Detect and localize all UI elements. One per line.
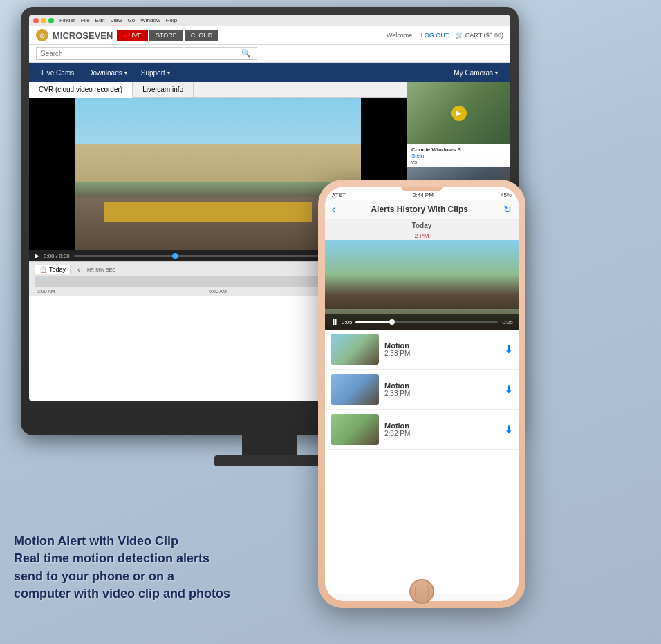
alert-thumb-2 [330,414,379,445]
phone-date-header: Today [325,220,519,231]
nav-support[interactable]: Support ▾ [134,63,177,82]
video-time: 0:00 / 0:30 [44,253,70,259]
today-label: 📋 Today [35,265,71,274]
desc-line2: Real time motion detection alerts [14,550,230,567]
tab-live-cam-info[interactable]: Live cam info [133,82,194,97]
phone-current-time: 0:05 [342,319,353,325]
nav-downloads[interactable]: Downloads ▾ [81,63,133,82]
monitor-stand [242,435,297,456]
menu-go: Go [128,17,136,23]
logo-text: MICROSEVEN [53,30,113,41]
phone-seek-bar[interactable] [355,321,498,323]
play-overlay-1[interactable]: ▶ [451,106,467,121]
timeline-arrow-left[interactable]: ‹ [75,265,83,274]
monitor-base [214,455,325,466]
phone-video-scene [325,240,519,309]
download-icon-1[interactable]: ⬇ [504,383,513,396]
desc-line4: computer with video clip and photos [14,585,230,603]
phone-carrier: AT&T [332,192,346,198]
alert-thumb-0 [330,334,379,365]
home-button[interactable] [409,579,434,604]
play-button[interactable]: ▶ [35,252,39,259]
phone-app-header: ‹ Alerts History With Clips ↻ [325,200,519,220]
cloud-button[interactable]: CLOUD [185,30,219,41]
menu-view: View [110,17,122,23]
cam-link-1a[interactable]: Stein [411,153,506,159]
alert-type-2: Motion [384,422,499,430]
alert-item-0[interactable]: Motion 2:33 PM ⬇ [325,330,519,370]
store-button[interactable]: STORE [149,30,183,41]
scene-buildings [75,144,362,182]
alert-type-1: Motion [384,381,499,390]
menu-finder: Finder [59,17,75,23]
download-icon-0[interactable]: ⬇ [504,343,513,356]
alert-time-0: 2:33 PM [384,350,499,357]
header-right: Welcome, LOG OUT 🛒 CART ($0.00) [387,32,503,39]
cam-info-1: Connie Windows S Stein vs [407,144,510,167]
hr-min-sec: HR MIN SEC [87,267,115,272]
logout-button[interactable]: LOG OUT [421,32,449,39]
phone-video-player: ↖ 🔊 ⏸ 0:05 -0:25 [325,240,519,330]
menu-help: Help [166,17,177,23]
cam-sub-1b: vs [411,159,506,165]
phone-time: 2:44 PM [413,192,434,198]
home-button-icon [415,585,429,598]
video-overlay-left [29,98,75,250]
tabs-row: CVR (cloud video recorder) Live cam info [29,82,407,98]
minimize-button[interactable] [41,18,46,23]
desc-line1: Motion Alert with Video Clip [14,533,230,550]
phone-status-bar: AT&T 2:44 PM 45% [325,191,519,200]
maximize-button[interactable] [48,18,54,23]
phone-title: Alerts History With Clips [339,205,499,214]
alert-info-1: Motion 2:33 PM [384,381,499,397]
alert-time-1: 2:33 PM [384,390,499,397]
alert-item-2[interactable]: Motion 2:32 PM ⬇ [325,410,519,450]
train-body [104,202,312,223]
tab-cvr[interactable]: CVR (cloud video recorder) [29,82,133,98]
alert-thumb-1 [330,374,379,405]
menu-edit: Edit [95,17,105,23]
nav-live-cams[interactable]: Live Cams [35,63,81,82]
phone-battery: 45% [501,192,512,198]
download-icon-2[interactable]: ⬇ [504,423,513,436]
phone-time-label: 2 PM [325,231,519,240]
cam-thumb-1[interactable]: ▶ [407,82,510,144]
alert-info-0: Motion 2:33 PM [384,341,499,357]
nav-buttons: LIVE STORE CLOUD [117,30,218,41]
phone-refresh-button[interactable]: ↻ [503,204,512,215]
cart-button[interactable]: 🛒 CART ($0.00) [456,32,503,39]
search-input[interactable] [41,50,241,57]
close-button[interactable] [33,18,39,23]
search-icon: 🔍 [241,49,251,58]
live-button[interactable]: LIVE [117,30,148,41]
phone: AT&T 2:44 PM 45% ‹ Alerts History With C… [318,180,525,608]
phone-duration: -0:25 [501,319,513,325]
alert-item-1[interactable]: Motion 2:33 PM ⬇ [325,370,519,410]
phone-screen: AT&T 2:44 PM 45% ‹ Alerts History With C… [325,187,519,601]
phone-seek-fill [355,321,391,323]
nav-my-cameras[interactable]: My Cameras ▾ [447,63,505,82]
window-controls [33,18,54,23]
alert-thumb-img-0 [330,334,379,365]
description-text: Motion Alert with Video Clip Real time m… [14,533,230,603]
alert-thumb-img-1 [330,374,379,405]
menu-file: File [81,17,90,23]
live-dot [123,34,127,37]
phone-video-controls: ⏸ 0:05 -0:25 [325,314,519,330]
menu-window: Window [140,17,160,23]
cam-name-1: Connie Windows S [411,146,506,153]
macos-menubar: Finder File Edit View Go Window Help [29,15,510,26]
site-header: ⊙ MICROSEVEN LIVE STORE CLOUD Welcome, L… [29,26,510,45]
phone-seek-dot [389,319,395,325]
alert-info-2: Motion 2:32 PM [384,422,499,437]
logo-icon: ⊙ [36,29,48,41]
alert-thumb-img-2 [330,414,379,445]
alert-list: Motion 2:33 PM ⬇ Motion 2:33 PM ⬇ [325,330,519,594]
progress-dot [172,253,178,259]
desc-line3: send to your phone or on a [14,568,230,585]
logo-area: ⊙ MICROSEVEN LIVE STORE CLOUD [36,29,218,41]
welcome-text: Welcome, [387,32,414,39]
phone-back-button[interactable]: ‹ [332,203,335,216]
alert-time-2: 2:32 PM [384,430,499,437]
phone-play-pause[interactable]: ⏸ [330,317,339,327]
